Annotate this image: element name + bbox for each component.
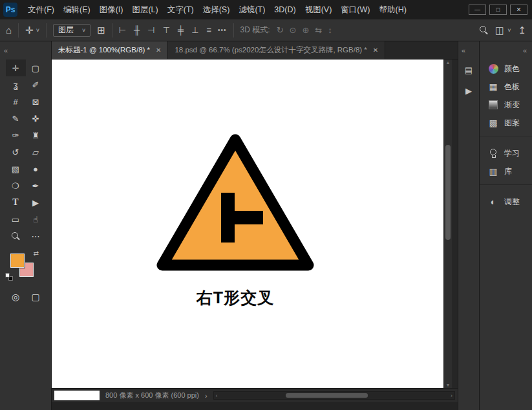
eyedropper-tool[interactable]: ✎ xyxy=(6,110,26,127)
align-center-vertical-icon[interactable]: ╪ xyxy=(178,25,184,35)
horizontal-scrollbar-thumb[interactable] xyxy=(286,393,368,398)
maximize-button[interactable]: □ xyxy=(489,5,507,15)
menu-file[interactable]: 文件(F) xyxy=(23,0,59,19)
type-tool[interactable]: T xyxy=(12,197,18,208)
properties-panel-icon[interactable]: ▤ xyxy=(460,61,477,78)
close-icon[interactable]: ✕ xyxy=(373,47,378,54)
chevron-down-icon[interactable]: ˅ xyxy=(507,27,511,34)
panel-item-adjustments[interactable]: ◐ 调整 xyxy=(480,193,532,211)
expand-panels-icon[interactable]: « xyxy=(462,47,465,54)
home-icon[interactable]: ⌂ xyxy=(6,25,12,35)
panel-item-swatches[interactable]: ▦ 色板 xyxy=(480,78,532,96)
menu-layer[interactable]: 图层(L) xyxy=(127,0,162,19)
chevron-down-icon[interactable]: ˅ xyxy=(36,27,39,34)
rectangular-marquee-tool[interactable]: ▢ xyxy=(26,59,46,76)
share-icon[interactable]: ↥ xyxy=(518,25,526,35)
status-menu-icon[interactable]: › xyxy=(205,392,207,400)
rectangle-tool[interactable]: ▭ xyxy=(6,211,26,228)
eraser-tool[interactable]: ▱ xyxy=(26,144,46,160)
blur-tool[interactable]: ● xyxy=(26,160,46,177)
document-tab-active[interactable]: 未标题-1 @ 100%(RGB/8) * ✕ xyxy=(52,41,168,59)
auto-select-value: 图层 xyxy=(58,25,74,36)
3d-slide-icon[interactable]: ⇆ xyxy=(315,25,322,35)
foreground-color-swatch[interactable] xyxy=(10,254,25,268)
panel-group-divider xyxy=(480,136,532,144)
screen-mode-button[interactable]: ▢ xyxy=(26,288,46,305)
move-tool[interactable]: ✛ xyxy=(6,59,26,76)
menu-3d[interactable]: 3D(D) xyxy=(270,0,300,19)
panel-item-patterns[interactable]: ▩ 图案 xyxy=(480,114,532,132)
brush-tool[interactable]: ✑ xyxy=(6,127,26,144)
path-selection-tool[interactable]: ▶ xyxy=(26,194,46,211)
lasso-tool[interactable]: ʓ xyxy=(6,76,26,93)
3d-roll-icon[interactable]: ⊙ xyxy=(290,25,297,35)
panel-item-gradients[interactable]: 渐变 xyxy=(480,96,532,114)
zoom-tool[interactable] xyxy=(6,228,26,244)
panel-item-libraries[interactable]: ▥ 库 xyxy=(480,162,532,180)
menu-filter[interactable]: 滤镜(T) xyxy=(234,0,270,19)
warning-sign-graphic xyxy=(154,131,317,274)
object-selection-tool[interactable]: ✐ xyxy=(26,76,46,93)
pen-tool[interactable]: ✒ xyxy=(26,177,46,194)
collapse-panels-icon[interactable]: « xyxy=(523,47,527,54)
swap-colors-icon[interactable]: ⇄ xyxy=(34,250,39,257)
tools-panel-header: « xyxy=(0,41,51,59)
scroll-up-icon[interactable]: ▲ xyxy=(444,60,452,65)
close-button[interactable]: ✕ xyxy=(510,5,527,15)
gradient-tool[interactable]: ▧ xyxy=(6,160,26,177)
document-tab-inactive[interactable]: 18.psd @ 66.7% (ps2020怎么设计十字交叉路牌, RGB/8)… xyxy=(168,41,385,59)
align-center-horizontal-icon[interactable]: ╫ xyxy=(134,25,140,35)
hand-tool[interactable]: ☝ xyxy=(26,211,46,228)
status-bar: 800 像素 x 600 像素 (600 ppi) › ‹ › xyxy=(52,388,458,402)
align-bottom-icon[interactable]: ⊥ xyxy=(191,25,198,35)
scroll-down-icon[interactable]: ▼ xyxy=(444,383,452,387)
canvas[interactable]: 右T形交叉 xyxy=(52,59,443,388)
quick-mask-button[interactable]: ◎ xyxy=(6,288,26,305)
t-symbol-horizontal-bar xyxy=(233,211,263,224)
zoom-level-input[interactable] xyxy=(54,391,100,400)
menu-window[interactable]: 窗口(W) xyxy=(336,0,374,19)
align-right-icon[interactable]: ⊣ xyxy=(147,25,154,35)
3d-drag-icon[interactable]: ⊕ xyxy=(302,25,309,35)
vertical-scrollbar[interactable]: ▲ ▼ xyxy=(443,59,452,388)
3d-orbit-icon[interactable]: ↻ xyxy=(277,25,284,35)
minimize-button[interactable]: — xyxy=(469,5,486,15)
distribute-icon[interactable]: ≡ xyxy=(207,25,212,35)
more-options-icon[interactable]: ••• xyxy=(218,27,227,34)
workspace-icon[interactable]: ◫ xyxy=(495,25,504,35)
panel-item-learn[interactable]: 学习 xyxy=(480,144,532,162)
document-tab-bar: 未标题-1 @ 100%(RGB/8) * ✕ 18.psd @ 66.7% (… xyxy=(52,41,458,59)
frame-tool[interactable]: ⊠ xyxy=(26,93,46,110)
menu-image[interactable]: 图像(I) xyxy=(95,0,128,19)
chevron-down-icon: ˅ xyxy=(82,27,85,34)
align-left-icon[interactable]: ⊢ xyxy=(119,25,126,35)
main-area: « ✛ ▢ ʓ ✐ # ⊠ ✎ ✜ ✑ ♜ ↺ ▱ ▧ ● ❍ ✒ T ▶ xyxy=(0,41,532,410)
vertical-scrollbar-thumb[interactable] xyxy=(445,145,451,240)
default-colors-icon[interactable] xyxy=(5,273,13,281)
scroll-left-icon[interactable]: ‹ xyxy=(216,393,218,399)
crop-tool[interactable]: # xyxy=(6,93,26,110)
horizontal-scrollbar[interactable]: ‹ › xyxy=(213,391,455,400)
close-icon[interactable]: ✕ xyxy=(156,47,161,54)
3d-scale-icon[interactable]: ↕ xyxy=(328,25,332,35)
photoshop-window: Ps 文件(F) 编辑(E) 图像(I) 图层(L) 文字(T) 选择(S) 滤… xyxy=(0,0,532,410)
show-transform-controls-icon[interactable]: ⊞ xyxy=(97,25,105,35)
edit-toolbar-button[interactable]: ⋯ xyxy=(26,228,46,244)
align-top-icon[interactable]: ⊤ xyxy=(163,25,170,35)
clone-stamp-tool[interactable]: ♜ xyxy=(26,127,46,144)
menu-edit[interactable]: 编辑(E) xyxy=(59,0,95,19)
spot-healing-brush-tool[interactable]: ✜ xyxy=(26,110,46,127)
history-brush-tool[interactable]: ↺ xyxy=(6,144,26,160)
scroll-right-icon[interactable]: › xyxy=(451,393,452,399)
auto-select-dropdown[interactable]: 图层 ˅ xyxy=(53,24,90,37)
move-tool-icon[interactable]: ✛ xyxy=(25,25,34,35)
dodge-tool[interactable]: ❍ xyxy=(6,177,26,194)
menu-view[interactable]: 视图(V) xyxy=(301,0,337,19)
panel-item-color[interactable]: 颜色 xyxy=(480,59,532,78)
menu-select[interactable]: 选择(S) xyxy=(198,0,235,19)
collapse-toolbar-icon[interactable]: « xyxy=(4,47,8,54)
play-panel-icon[interactable]: ▶ xyxy=(460,82,477,99)
menu-type[interactable]: 文字(T) xyxy=(163,0,198,19)
search-icon[interactable] xyxy=(480,26,488,34)
menu-help[interactable]: 帮助(H) xyxy=(374,0,410,19)
